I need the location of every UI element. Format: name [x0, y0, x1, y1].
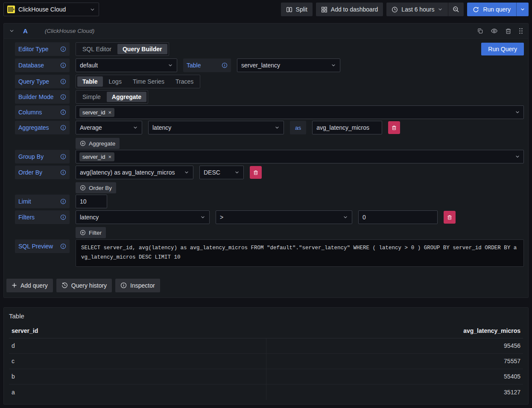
info-icon[interactable]: [60, 109, 66, 115]
query-type-option-traces[interactable]: Traces: [170, 76, 199, 87]
group-by-label: Group By: [15, 150, 70, 163]
info-icon[interactable]: [60, 94, 66, 100]
run-query-inline-button[interactable]: Run Query: [481, 43, 524, 55]
table-select[interactable]: server_latency: [237, 58, 340, 72]
explore-toolbar: ClickHouse Cloud Split Add to dashboard …: [0, 0, 532, 19]
group-by-multiselect[interactable]: server_id ×: [76, 150, 524, 163]
chevron-down-icon: [515, 154, 520, 159]
info-icon[interactable]: [60, 154, 66, 160]
chevron-down-icon: [343, 215, 348, 220]
query-type-option-table[interactable]: Table: [77, 76, 103, 87]
add-to-dashboard-button[interactable]: Add to dashboard: [316, 3, 383, 16]
info-icon[interactable]: [60, 46, 66, 52]
datasource-name: ClickHouse Cloud: [18, 6, 86, 13]
filter-column-select[interactable]: latency: [76, 210, 210, 224]
editor-type-option-sql-editor[interactable]: SQL Editor: [77, 44, 117, 54]
limit-input[interactable]: 10: [76, 195, 107, 208]
remove-tag-icon[interactable]: ×: [108, 154, 111, 160]
builder-mode-label: Builder Mode: [15, 90, 70, 104]
toggle-visibility-eye-icon[interactable]: [491, 27, 498, 35]
time-range-picker[interactable]: Last 6 hours: [386, 3, 448, 16]
columns-multiselect[interactable]: server_id ×: [76, 105, 524, 119]
run-query-label: Run query: [483, 6, 511, 13]
builder-mode-option-simple[interactable]: Simple: [77, 92, 106, 102]
duplicate-query-icon[interactable]: [477, 28, 483, 34]
cell-avg-latency: 55405: [266, 369, 523, 384]
plus-circle-icon: [80, 140, 86, 146]
info-icon[interactable]: [60, 125, 66, 131]
chevron-down-icon: [438, 7, 443, 12]
column-header-server-id[interactable]: server_id: [9, 327, 266, 334]
run-query-dropdown-toggle[interactable]: [516, 3, 529, 16]
cell-avg-latency: 35127: [266, 385, 523, 400]
cell-avg-latency: 75557: [266, 354, 523, 369]
info-icon[interactable]: [60, 243, 66, 249]
chevron-down-icon: [168, 63, 173, 68]
delete-query-trash-icon[interactable]: [505, 28, 512, 35]
search-minus-icon: [453, 6, 459, 13]
query-type-option-logs[interactable]: Logs: [104, 76, 127, 87]
add-aggregate-button[interactable]: Aggregate: [76, 138, 120, 149]
aggregate-alias-input[interactable]: avg_latency_micros: [312, 121, 382, 134]
query-type-option-time-series[interactable]: Time Series: [128, 76, 170, 87]
info-circle-icon: [120, 282, 127, 289]
builder-mode-option-aggregate[interactable]: Aggregate: [107, 92, 146, 102]
add-filter-button[interactable]: Filter: [76, 227, 106, 238]
query-type-label: Query Type: [15, 75, 70, 88]
panel-title[interactable]: Table: [9, 311, 24, 321]
cell-server-id: b: [9, 369, 266, 384]
info-icon[interactable]: [60, 79, 66, 85]
cell-avg-latency: 95456: [266, 338, 523, 353]
column-header-avg-latency-micros[interactable]: avg_latency_micros: [266, 327, 523, 334]
drag-handle-icon[interactable]: [519, 28, 523, 34]
time-range-label: Last 6 hours: [401, 6, 434, 13]
table-row: a 35127: [9, 385, 523, 400]
add-query-button[interactable]: Add query: [6, 279, 53, 292]
time-picker-group: Last 6 hours: [386, 3, 464, 16]
order-by-direction-select[interactable]: DESC: [199, 166, 244, 179]
columns-label: Columns: [15, 105, 70, 119]
clock-icon: [392, 6, 398, 13]
cell-server-id: a: [9, 385, 266, 400]
info-icon[interactable]: [60, 198, 66, 204]
plus-icon: [12, 283, 17, 288]
info-icon[interactable]: [222, 62, 228, 68]
info-icon[interactable]: [60, 214, 66, 220]
info-icon[interactable]: [60, 62, 66, 68]
chevron-down-icon: [515, 110, 520, 115]
run-query-split-button: Run query: [467, 3, 529, 16]
filter-operator-select[interactable]: >: [216, 210, 352, 224]
remove-filter-button[interactable]: [444, 211, 456, 224]
remove-order-by-button[interactable]: [250, 166, 262, 179]
database-label: Database: [15, 58, 70, 72]
split-label: Split: [296, 6, 307, 13]
datasource-picker[interactable]: ClickHouse Cloud: [3, 3, 99, 16]
remove-aggregate-button[interactable]: [388, 121, 400, 134]
zoom-out-time-button[interactable]: [448, 3, 464, 16]
query-ref-id: A: [23, 27, 28, 35]
filter-value-input[interactable]: 0: [358, 210, 438, 224]
aggregate-function-select[interactable]: Average: [76, 121, 142, 134]
builder-mode-group: Simple Aggregate: [76, 90, 148, 104]
table-panel: Table server_id avg_latency_micros d 954…: [3, 307, 529, 405]
add-order-by-button[interactable]: Order By: [76, 182, 116, 193]
collapse-query-icon[interactable]: [9, 28, 15, 34]
sync-icon: [473, 6, 479, 13]
query-actions: Add query Query history Inspector: [4, 267, 528, 297]
split-button[interactable]: Split: [281, 3, 313, 16]
run-query-button[interactable]: Run query: [467, 3, 516, 16]
remove-tag-icon[interactable]: ×: [108, 110, 111, 115]
info-icon[interactable]: [60, 169, 66, 175]
aggregate-column-select[interactable]: latency: [148, 121, 284, 134]
chevron-down-icon: [133, 125, 138, 130]
editor-type-option-query-builder[interactable]: Query Builder: [117, 44, 167, 54]
inspector-button[interactable]: Inspector: [115, 279, 160, 292]
query-history-button[interactable]: Query history: [56, 279, 112, 292]
database-select[interactable]: default: [76, 58, 177, 72]
chevron-down-icon: [234, 170, 240, 175]
query-datasource-hint: (ClickHouse Cloud): [45, 28, 94, 34]
trash-icon: [447, 215, 452, 220]
order-by-expression-select[interactable]: avg(latency) as avg_latency_micros: [76, 166, 193, 179]
chevron-down-icon: [184, 170, 189, 175]
table-row: b 55405: [9, 369, 523, 385]
